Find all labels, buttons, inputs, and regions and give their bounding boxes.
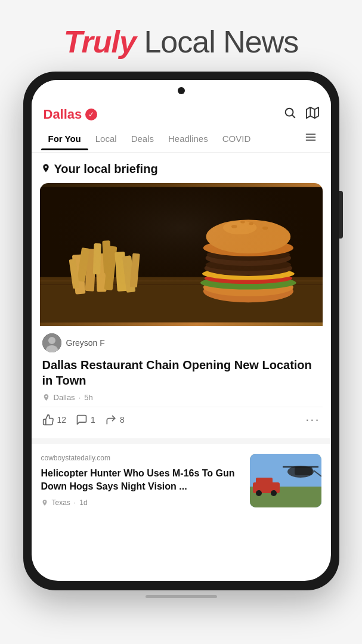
main-article-card: Greyson F Dallas Restaurant Chain Openin… bbox=[40, 183, 323, 430]
top-bar: Dallas ✓ bbox=[32, 101, 331, 125]
location-name: Dallas bbox=[44, 107, 82, 122]
like-button[interactable]: 12 bbox=[42, 414, 67, 426]
article-main-image bbox=[40, 183, 323, 326]
share-count: 8 bbox=[120, 415, 125, 425]
phone-screen: Dallas ✓ bbox=[32, 80, 331, 581]
bottom-bar bbox=[23, 590, 339, 600]
main-article-meta: Dallas · 5h bbox=[40, 393, 323, 407]
tab-local[interactable]: Local bbox=[88, 128, 124, 150]
second-article-location: Texas bbox=[52, 499, 70, 507]
svg-marker-2 bbox=[306, 107, 318, 118]
section-heading: Your local briefing bbox=[32, 153, 331, 183]
article-author: Greyson F bbox=[40, 326, 323, 357]
title-truly: Truly bbox=[64, 24, 136, 59]
location-badge[interactable]: Dallas ✓ bbox=[44, 107, 98, 122]
tab-for-you[interactable]: For You bbox=[41, 128, 88, 150]
svg-rect-50 bbox=[256, 478, 273, 485]
tab-covid[interactable]: COVID bbox=[215, 128, 258, 150]
page-wrapper: Truly Local News Dallas ✓ bbox=[23, 0, 339, 600]
location-pin-icon bbox=[41, 163, 51, 175]
meta-separator: · bbox=[79, 393, 81, 402]
second-article-image bbox=[250, 454, 321, 507]
share-button[interactable]: 8 bbox=[105, 414, 125, 426]
second-article-left: cowboystatedaily.com Helicopter Hunter W… bbox=[41, 454, 243, 507]
second-article-time: 1d bbox=[79, 499, 87, 507]
tab-headlines[interactable]: Headlines bbox=[161, 128, 215, 150]
author-avatar bbox=[42, 333, 61, 352]
search-icon[interactable] bbox=[283, 106, 296, 123]
tab-deals[interactable]: Deals bbox=[124, 128, 161, 150]
phone-frame: Dallas ✓ bbox=[23, 72, 339, 590]
camera-bar bbox=[32, 80, 331, 101]
main-article-title: Dallas Restaurant Chain Opening New Loca… bbox=[40, 357, 323, 393]
map-icon[interactable] bbox=[306, 106, 319, 123]
second-article-card[interactable]: cowboystatedaily.com Helicopter Hunter W… bbox=[32, 444, 331, 515]
like-count: 12 bbox=[57, 415, 67, 425]
author-name: Greyson F bbox=[66, 338, 105, 348]
app-content: Dallas ✓ bbox=[32, 101, 331, 515]
more-options-button[interactable]: ··· bbox=[305, 412, 320, 428]
comment-button[interactable]: 1 bbox=[76, 414, 95, 426]
top-icons bbox=[283, 106, 319, 123]
main-article-time: 5h bbox=[84, 393, 92, 402]
svg-point-41 bbox=[48, 337, 55, 344]
comment-count: 1 bbox=[91, 415, 95, 425]
second-article-meta: Texas · 1d bbox=[41, 499, 243, 507]
svg-line-1 bbox=[292, 115, 295, 117]
main-article-location: Dallas bbox=[54, 393, 75, 402]
page-title: Truly Local News bbox=[35, 24, 327, 60]
location-verified-icon: ✓ bbox=[85, 109, 97, 120]
svg-point-52 bbox=[271, 490, 277, 496]
page-header: Truly Local News bbox=[23, 0, 339, 72]
article-source: cowboystatedaily.com bbox=[41, 454, 243, 462]
second-meta-sep: · bbox=[74, 499, 76, 507]
second-article-title: Helicopter Hunter Who Uses M-16s To Gun … bbox=[41, 467, 243, 493]
section-heading-text: Your local briefing bbox=[54, 162, 158, 176]
section-divider bbox=[32, 438, 331, 444]
article-actions: 12 1 8 bbox=[40, 407, 323, 430]
side-button bbox=[339, 191, 343, 239]
scroll-indicator bbox=[146, 595, 217, 598]
nav-more-icon[interactable] bbox=[300, 125, 321, 152]
title-rest: Local News bbox=[136, 24, 298, 59]
svg-rect-46 bbox=[295, 467, 313, 475]
camera-dot bbox=[178, 87, 185, 94]
nav-tabs: For You Local Deals Headlines COVID bbox=[32, 125, 331, 153]
svg-point-51 bbox=[256, 490, 262, 496]
svg-rect-39 bbox=[40, 187, 323, 323]
